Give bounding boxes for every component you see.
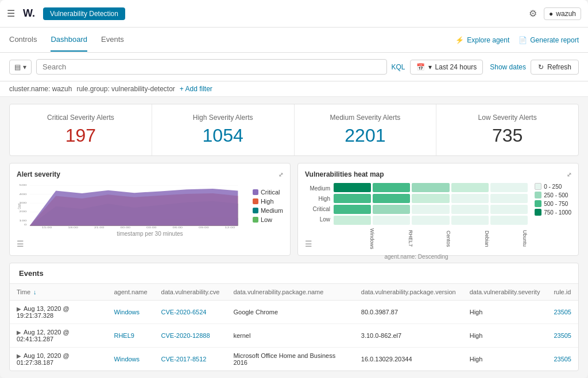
logo: W.: [21, 6, 37, 21]
alert-chart-expand-icon[interactable]: ⤢: [278, 172, 283, 178]
events-header: Events: [10, 263, 578, 284]
row1-package: Google Chrome: [233, 309, 278, 315]
tab-dashboard[interactable]: Dashboard: [51, 28, 87, 52]
col-ruleid[interactable]: rule.id: [547, 284, 578, 301]
row3-cve[interactable]: CVE-2017-8512: [161, 356, 207, 363]
row2-time: Aug 12, 2020 @ 02:41:31.287: [17, 329, 69, 342]
metric-low: Low Severity Alerts 735: [436, 104, 578, 155]
row3-expand-btn[interactable]: ▶: [17, 353, 21, 359]
explore-agent-label: Explore agent: [467, 36, 509, 44]
refresh-label: Refresh: [547, 63, 571, 71]
legend-0-250: 0 - 250: [544, 184, 562, 190]
alert-chart-legend: Critical High Medium Low: [253, 183, 283, 228]
col-package[interactable]: data.vulnerability.package.name: [226, 284, 354, 301]
metric-critical-value: 197: [17, 125, 145, 146]
col-time[interactable]: Time ↓: [10, 284, 107, 301]
tab-events[interactable]: Events: [101, 28, 124, 52]
gear-icon[interactable]: ⚙: [529, 8, 537, 19]
col-cve[interactable]: data.vulnerability.cve: [154, 284, 227, 301]
y-label-low: Low: [305, 216, 330, 223]
explore-agent-icon: ⚡: [455, 36, 464, 44]
refresh-button[interactable]: ↻ Refresh: [531, 60, 579, 75]
chart-table-icon[interactable]: ☰: [17, 239, 24, 248]
tab-controls[interactable]: Controls: [9, 28, 37, 52]
filter-tag-rule: rule.group: vulnerability-detector: [76, 85, 175, 93]
row3-time: Aug 10, 2020 @ 01:27:38.187: [17, 352, 69, 366]
row2-ruleid[interactable]: 23505: [554, 332, 571, 339]
y-label-medium: Medium: [305, 185, 330, 192]
row1-expand-btn[interactable]: ▶: [17, 306, 21, 312]
heatmap-footer: agent.name: Descending: [305, 254, 528, 260]
row2-version: 3.10.0-862.el7: [361, 332, 401, 339]
metric-medium: Medium Severity Alerts 2201: [295, 104, 437, 155]
svg-text:12:00: 12:00: [225, 227, 235, 228]
filter-button[interactable]: ▤ ▾: [9, 60, 32, 75]
date-filter[interactable]: 📅 ▾ Last 24 hours: [410, 60, 483, 75]
explore-agent-button[interactable]: ⚡ Explore agent: [455, 36, 509, 44]
row1-version: 80.0.3987.87: [361, 309, 398, 315]
row3-package: Microsoft Office Home and Business 2016: [233, 352, 335, 366]
row2-cve[interactable]: CVE-2020-12888: [161, 332, 210, 339]
search-input[interactable]: [42, 63, 381, 71]
metric-medium-value: 2201: [301, 125, 430, 146]
events-table: Time ↓ agent.name data.vulnerability.cve…: [10, 284, 578, 371]
generate-report-button[interactable]: 📄 Generate report: [519, 36, 579, 44]
alert-chart-footer: timestamp per 30 minutes: [17, 231, 283, 237]
svg-text:Count: Count: [17, 204, 22, 209]
row3-ruleid[interactable]: 23505: [554, 356, 571, 363]
legend-medium: Medium: [261, 207, 283, 214]
svg-text:400: 400: [19, 193, 27, 196]
svg-marker-16: [30, 189, 238, 226]
heatmap-chart: Vulnerabilities heat map ⤢ Medium High C…: [297, 163, 579, 256]
row2-agent[interactable]: RHEL9: [114, 332, 134, 339]
col-version[interactable]: data.vulnerability.package.version: [354, 284, 463, 301]
heatmap-container: Medium High Critical Low: [305, 183, 528, 237]
row3-version: 16.0.13029.20344: [361, 356, 412, 363]
svg-text:0: 0: [24, 224, 27, 227]
svg-text:06:00: 06:00: [173, 227, 183, 228]
metric-high-label: High Severity Alerts: [159, 114, 287, 122]
heatmap-legend: 0 - 250 250 - 500 500 - 750 750 - 1000: [535, 183, 571, 237]
metric-low-label: Low Severity Alerts: [443, 114, 571, 122]
legend-250-500: 250 - 500: [544, 192, 568, 198]
col-severity[interactable]: data.vulnerability.severity: [463, 284, 547, 301]
table-row: ▶Aug 10, 2020 @ 01:27:38.187 Windows CVE…: [10, 348, 578, 371]
generate-report-label: Generate report: [530, 36, 579, 44]
username: wazuh: [556, 10, 576, 18]
calendar-icon: 📅: [416, 63, 425, 71]
table-row: ▶Aug 13, 2020 @ 19:21:37.328 Windows CVE…: [10, 301, 578, 324]
row3-agent[interactable]: Windows: [114, 356, 140, 363]
metrics-row: Critical Severity Alerts 197 High Severi…: [9, 104, 579, 156]
row2-severity: High: [470, 332, 483, 339]
col-agent[interactable]: agent.name: [107, 284, 154, 301]
refresh-icon: ↻: [538, 63, 544, 71]
filter-icon: ▤: [14, 63, 21, 71]
date-range-label: Last 24 hours: [435, 63, 477, 71]
kql-badge[interactable]: KQL: [392, 63, 405, 71]
date-filter-chevron: ▾: [428, 63, 432, 71]
svg-text:09:00: 09:00: [199, 227, 209, 228]
heatmap-table-icon[interactable]: ☰: [305, 239, 312, 248]
row3-severity: High: [470, 356, 483, 363]
metric-high-value: 1054: [159, 125, 287, 146]
svg-text:03:00: 03:00: [146, 227, 157, 228]
hamburger-icon[interactable]: ☰: [7, 8, 15, 19]
user-menu[interactable]: ● wazuh: [544, 7, 581, 20]
row1-cve[interactable]: CVE-2020-6524: [161, 309, 207, 315]
add-filter-button[interactable]: + Add filter: [180, 85, 212, 93]
row1-agent[interactable]: Windows: [114, 309, 140, 315]
table-row: ▶Aug 12, 2020 @ 02:41:31.287 RHEL9 CVE-2…: [10, 324, 578, 348]
row1-ruleid[interactable]: 23505: [554, 309, 571, 315]
heatmap-expand-icon[interactable]: ⤢: [567, 172, 571, 178]
heatmap-grid: [334, 183, 528, 225]
alert-chart-area: 500 400 300 200 100 0 Count: [17, 183, 248, 228]
search-input-wrap[interactable]: [36, 59, 387, 75]
show-dates-button[interactable]: Show dates: [490, 63, 526, 71]
legend-750-1000: 750 - 1000: [544, 209, 571, 216]
alert-chart-title: Alert severity: [17, 170, 60, 178]
metric-medium-label: Medium Severity Alerts: [301, 114, 430, 122]
svg-text:21:00: 21:00: [94, 227, 105, 228]
legend-high: High: [261, 198, 274, 205]
row2-expand-btn[interactable]: ▶: [17, 329, 21, 336]
alert-severity-chart: Alert severity ⤢ 500 400 300 200 100 0: [9, 163, 291, 256]
